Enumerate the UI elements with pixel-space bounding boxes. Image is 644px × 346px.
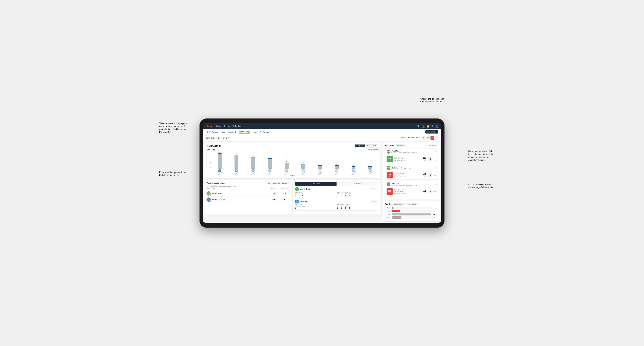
most-active-panel: Most Active Least Active BM Blair McHarg…: [293, 180, 380, 214]
shot-divider-0: 0: [428, 157, 432, 162]
shot-badge-1: 200SG: [386, 172, 393, 178]
scoring-bars: Eagles 3 Birdies: [385, 207, 438, 219]
shot-card-2: DF David Ford 24 Aug 2023 · Royal North …: [385, 181, 438, 196]
shot-data-row-0: 200SG Shot Dist: 67 yds Start Lie: Rough…: [385, 155, 437, 163]
scoring-bar-wrap-pars: [392, 213, 432, 215]
shot-data-row-2: 198SG Shot Dist: 16 yds Start Lie: Rough…: [385, 187, 437, 196]
x-item-8: EC E. Crossman: [346, 169, 362, 174]
x-item-6: RB R. Butler: [312, 169, 328, 174]
bar-group-1: 12: [229, 153, 244, 169]
lb-filter-dropdown[interactable]: PUTT Must Make Putting... ▾: [267, 182, 290, 184]
user-icon[interactable]: 👤: [422, 125, 425, 128]
nav-home[interactable]: Home: [216, 125, 222, 128]
bar-group-3: 9: [262, 157, 278, 169]
lb-name-1: Edward Crossman: [212, 199, 225, 200]
active-avatar-1: RB: [295, 199, 299, 203]
chart-filter-dropdown[interactable]: Total Rounds ▾: [368, 149, 378, 151]
bar-group-9: 2: [362, 165, 378, 169]
list-view-icon[interactable]: ⊟: [426, 136, 430, 140]
shot-start-1: Start Lie: Rough: [394, 174, 422, 176]
bell-icon[interactable]: 🔔: [427, 125, 430, 128]
nav-pga[interactable]: PGA: [221, 130, 225, 134]
shot-chevron-1[interactable]: ›: [435, 167, 436, 169]
nav-items: Home Teams My Performance: [216, 125, 414, 128]
page-wrapper: Choose the timescale you wish to see the…: [200, 105, 444, 242]
scoring-count-bogeys: 115: [432, 216, 438, 218]
active-practice-1: Practice 4: [302, 206, 306, 209]
scoring-panel: Scoring Par 3, 4 & 5s ▾ All Players ▾ Ea…: [383, 201, 440, 221]
player-avatar-1: BB: [235, 169, 238, 172]
active-player-header-1: RB Rees Britt 02 Sep 2023: [295, 199, 378, 203]
scoring-row-pars: Pars 499: [385, 213, 438, 215]
player-avatar-3: JC: [268, 169, 272, 172]
app-logo: clippd: [206, 125, 214, 128]
lb-col-headers: PLAYER NAME PB SCORE PB AVG SQ: [206, 188, 290, 190]
shots-filter-type[interactable]: All Shots ▾: [396, 144, 406, 147]
avatar-icon[interactable]: 👤: [435, 125, 438, 128]
on-course-toggle[interactable]: On Course: [355, 145, 366, 147]
bar-group-5: 4: [296, 162, 311, 169]
practice-drills-toggle[interactable]: Practice Drills: [366, 145, 378, 147]
shot-info-0: Shot Dist: 67 yds Start Lie: Rough End L…: [394, 156, 422, 162]
bar-chart: 15 10 5 0 13: [206, 152, 378, 176]
shot-dist-0: Shot Dist: 67 yds: [394, 156, 422, 158]
team-title: Team Clippd | 14 Players: [206, 137, 227, 139]
scoring-filter-type[interactable]: Par 3, 4 & 5s ▾: [393, 203, 406, 205]
bar-9: [368, 166, 372, 169]
shot-start-0: Start Lie: Rough: [394, 158, 422, 160]
heart-view-icon[interactable]: ♥: [430, 136, 434, 140]
scoring-bar-wrap-birdies: [392, 210, 432, 212]
player-label-2: D. Ford: [251, 172, 255, 175]
plus-icon[interactable]: ⊕: [432, 125, 434, 128]
chart-subheader: On Course Total Rounds ▾: [206, 149, 378, 151]
scoring-filter-player[interactable]: All Players ▾: [408, 203, 418, 205]
best-shots-panel: Best Shots All Shots ▾ All Players ▾ MM …: [383, 142, 440, 199]
nav-pgat-players[interactable]: PGAT Players: [206, 130, 218, 134]
active-gtt-0: GTT 0: [337, 193, 339, 197]
lb-col-score: PB SCORE: [268, 188, 279, 189]
show-select[interactable]: Last 3 months: [407, 137, 418, 139]
x-item-7: MM M. Miller: [329, 169, 344, 174]
add-team-button[interactable]: Add Team ▾: [426, 130, 438, 134]
activity-panel-title: Player Activity: [206, 145, 221, 147]
lb-title: Practice Leaderboards: [206, 182, 226, 184]
y-axis: 15 10 5 0: [207, 152, 212, 169]
shots-filter-player[interactable]: All Players ▾: [429, 145, 438, 147]
active-player-1: RB Rees Britt 02 Sep 2023 Total Rounds: [295, 199, 378, 211]
lb-avg-0: 110: [279, 192, 290, 194]
callout-right-mid: Here you can see who's hit the best shot…: [468, 150, 494, 162]
lb-row-0: RB 1 Richard Butler 19/20 110: [206, 190, 290, 197]
nav-my-performance[interactable]: My Performance: [232, 125, 246, 128]
nav-hcaps[interactable]: Hcaps 1-5: [228, 130, 236, 134]
menu-view-icon[interactable]: ☰: [435, 136, 438, 140]
nav-team-clippd[interactable]: Team Clippd: [239, 130, 250, 134]
active-putt-1: PUTT 0: [349, 206, 352, 209]
tablet-screen: clippd Home Teams My Performance 🔍 👤 🔔 ⊕…: [203, 123, 441, 223]
x-item-2: DF D. Ford: [245, 169, 261, 174]
grid-view-icon[interactable]: ⊞: [422, 136, 426, 140]
scoring-label-eagles: Eagles: [385, 207, 391, 209]
shot-metrics-2: 16 yds 0 yds: [423, 189, 436, 194]
shot-player-row-2: DF David Ford 24 Aug 2023 · Royal North …: [385, 181, 437, 187]
show-dropdown-icon[interactable]: ▾: [419, 137, 420, 139]
search-icon[interactable]: 🔍: [417, 125, 420, 128]
left-panels: Player Activity On Course Practice Drill…: [203, 141, 382, 223]
bar-1: [234, 155, 238, 169]
scoring-bar-bogeys: [392, 216, 402, 219]
active-stats-1: Total Rounds Tournament 8 Practice: [295, 204, 378, 209]
lb-rank-1: 2: [209, 200, 211, 202]
tab-least-active[interactable]: Least Active: [336, 182, 378, 185]
tab-most-active[interactable]: Most Active: [295, 182, 336, 185]
scoring-count-birdies: 96: [432, 210, 438, 212]
active-stats-0: Total Rounds Tournament 7 Practice: [295, 192, 378, 197]
bottom-left-grid: Practice Leaderboards PUTT Must Make Put…: [204, 180, 380, 214]
nav-teams[interactable]: Teams: [224, 125, 230, 128]
nav-all-players[interactable]: All Players: [260, 130, 269, 134]
edit-icon[interactable]: ✏: [228, 137, 230, 139]
bar-4: [285, 163, 288, 169]
shot-chevron-0[interactable]: ›: [435, 151, 436, 153]
active-practice-group-1: Total Practice Activities GTT 0 APP: [337, 204, 378, 209]
shot-chevron-2[interactable]: ›: [435, 183, 436, 185]
shot-avatar-0: MM: [386, 150, 390, 154]
nav-tour[interactable]: Tour: [253, 130, 257, 134]
